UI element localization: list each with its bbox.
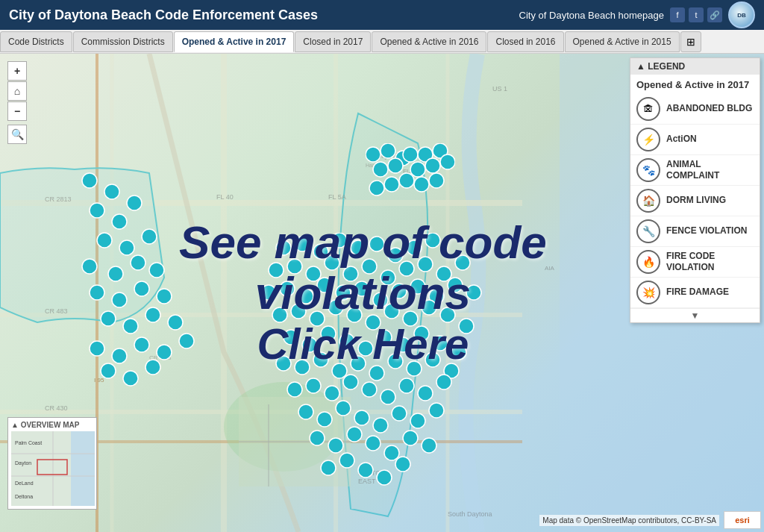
- svg-point-148: [112, 292, 127, 307]
- svg-text:Palm Coast: Palm Coast: [15, 440, 42, 445]
- svg-point-27: [366, 147, 381, 162]
- svg-point-124: [328, 438, 343, 453]
- legend-item-abandoned-bldg: 🏚 ABANDONED BLDG: [630, 94, 760, 125]
- svg-point-40: [429, 173, 444, 188]
- legend-scroll-indicator: ▼: [630, 308, 760, 322]
- search-button[interactable]: 🔍: [7, 125, 27, 144]
- tab-code-districts[interactable]: Code Districts: [0, 31, 72, 52]
- svg-point-161: [123, 371, 138, 386]
- svg-point-140: [97, 233, 112, 248]
- svg-point-135: [82, 173, 97, 188]
- tab-closed-2016[interactable]: Closed in 2016: [487, 31, 563, 52]
- svg-point-126: [366, 436, 381, 451]
- svg-point-30: [373, 162, 388, 177]
- svg-point-106: [287, 382, 302, 397]
- fire-code-icon: 🔥: [636, 250, 660, 274]
- overview-map: ▲ OVERVIEW MAP Palm Coast Dayton DeLand …: [7, 417, 97, 510]
- table-view-icon[interactable]: ⊞: [680, 31, 701, 52]
- svg-point-116: [317, 412, 332, 427]
- fire-damage-icon: 💥: [636, 281, 660, 304]
- svg-point-132: [358, 463, 373, 478]
- svg-text:Deltona: Deltona: [15, 494, 33, 499]
- svg-point-160: [101, 363, 116, 378]
- svg-point-151: [101, 311, 116, 326]
- svg-point-33: [410, 162, 425, 177]
- svg-point-113: [418, 386, 433, 401]
- legend-label-abandoned-bldg: ABANDONED BLDG: [666, 103, 752, 113]
- svg-point-149: [134, 281, 149, 296]
- svg-point-136: [104, 184, 119, 199]
- svg-point-117: [336, 401, 351, 416]
- link-icon[interactable]: 🔗: [707, 7, 722, 22]
- svg-point-121: [410, 413, 425, 428]
- app-title: City of Daytona Beach Code Enforcement C…: [9, 7, 318, 23]
- svg-point-150: [157, 289, 172, 304]
- svg-point-125: [347, 427, 362, 442]
- overview-map-image: Palm Coast Dayton DeLand Deltona: [11, 431, 95, 506]
- svg-point-123: [310, 431, 325, 445]
- svg-point-31: [388, 158, 403, 173]
- svg-point-144: [108, 266, 123, 281]
- legend-item-fire-code: 🔥 FIRE CODE VIOLATION: [630, 247, 760, 278]
- svg-point-157: [134, 337, 149, 352]
- header-right: City of Daytona Beach homepage f t 🔗 DB: [519, 1, 755, 28]
- legend-label-fire-code: FIRE CODE VIOLATION: [666, 251, 754, 272]
- legend-toggle[interactable]: ▲ LEGEND: [630, 58, 760, 75]
- svg-point-108: [325, 386, 339, 401]
- svg-point-153: [145, 307, 160, 322]
- tab-opened-active-2016[interactable]: Opened & Active in 2016: [372, 31, 486, 52]
- zoom-in-button[interactable]: +: [7, 61, 27, 81]
- svg-point-114: [436, 375, 451, 389]
- svg-point-134: [395, 457, 410, 472]
- twitter-icon[interactable]: t: [689, 7, 704, 22]
- svg-point-141: [119, 240, 134, 255]
- dorm-living-icon: 🏠: [636, 189, 660, 213]
- tab-closed-2017[interactable]: Closed in 2017: [295, 31, 371, 52]
- overlay-cta[interactable]: See map of code violations Click Here: [172, 217, 554, 369]
- svg-point-130: [321, 460, 336, 475]
- svg-point-146: [149, 263, 164, 278]
- svg-text:DeLand: DeLand: [15, 481, 34, 486]
- svg-point-128: [403, 431, 418, 445]
- legend-title: Opened & Active in 2017: [630, 75, 760, 94]
- legend-panel: ▲ LEGEND Opened & Active in 2017 🏚 ABAND…: [630, 57, 760, 323]
- svg-point-143: [82, 259, 97, 274]
- svg-point-158: [157, 345, 172, 360]
- svg-point-42: [369, 181, 384, 195]
- home-button[interactable]: ⌂: [7, 81, 27, 101]
- homepage-link[interactable]: City of Daytona Beach homepage: [519, 10, 664, 21]
- svg-point-37: [440, 154, 455, 169]
- svg-point-122: [429, 403, 444, 418]
- svg-point-155: [90, 341, 104, 356]
- svg-point-111: [381, 389, 395, 404]
- overlay-line2: Click Here: [172, 319, 554, 369]
- tab-commission-districts[interactable]: Commission Districts: [73, 31, 173, 52]
- zoom-out-button[interactable]: −: [7, 101, 27, 121]
- svg-point-162: [145, 360, 160, 375]
- legend-label-fence-violation: FENCE VIOLATION: [666, 225, 747, 236]
- svg-point-109: [343, 375, 358, 389]
- overlay-line1: See map of code violations: [172, 217, 554, 319]
- legend-item-animal-complaint: 🐾 ANIMAL COMPLAINT: [630, 155, 760, 186]
- facebook-icon[interactable]: f: [670, 7, 685, 22]
- app-header: City of Daytona Beach Code Enforcement C…: [0, 0, 764, 30]
- svg-point-35: [425, 158, 440, 173]
- map-controls: + ⌂ − 🔍: [7, 61, 27, 144]
- legend-label-animal-complaint: ANIMAL COMPLAINT: [666, 159, 754, 181]
- animal-complaint-icon: 🐾: [636, 158, 660, 182]
- nav-tabs: Code Districts Commission Districts Open…: [0, 30, 764, 54]
- map-container[interactable]: CR 2813 CR 483 CR 430 FL 40 FL 5A I 95 B…: [0, 54, 764, 532]
- tab-opened-active-2015[interactable]: Opened & Active in 2015: [565, 31, 680, 52]
- legend-body: 🏚 ABANDONED BLDG ⚡ ActiON 🐾 ANIMAL COMPL…: [630, 94, 760, 308]
- svg-point-137: [90, 203, 104, 218]
- tab-opened-active-2017[interactable]: Opened & Active in 2017: [174, 31, 295, 52]
- overview-map-label[interactable]: ▲ OVERVIEW MAP: [11, 421, 93, 429]
- social-icons: f t 🔗: [670, 7, 722, 22]
- action-icon: ⚡: [636, 128, 660, 151]
- svg-point-119: [373, 418, 388, 433]
- legend-item-action: ⚡ ActiON: [630, 125, 760, 155]
- svg-point-115: [298, 404, 313, 419]
- svg-rect-164: [71, 431, 95, 506]
- legend-label-dorm-living: DORM LIVING: [666, 195, 726, 205]
- map-attribution: Map data © OpenStreetMap contributors, C…: [539, 515, 719, 526]
